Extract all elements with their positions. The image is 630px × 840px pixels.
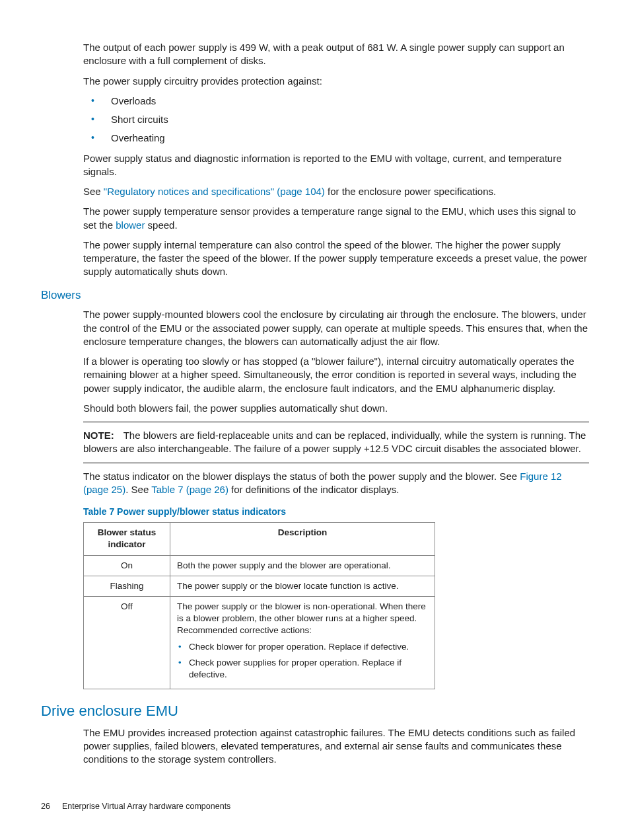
text: speed.: [145, 219, 177, 231]
cell-description: The power supply or the blower is non-op…: [170, 596, 435, 689]
table-row: On Both the power supply and the blower …: [84, 555, 435, 576]
note-label: NOTE:: [83, 430, 114, 441]
col-header-description: Description: [170, 523, 435, 555]
table-caption: Table 7 Power supply/blower status indic…: [83, 506, 589, 518]
inner-list: Check blower for proper operation. Repla…: [177, 641, 428, 681]
heading-drive-enclosure-emu: Drive enclosure EMU: [41, 701, 589, 721]
para: The EMU provides increased protection ag…: [83, 726, 589, 767]
text: for definitions of the indicator display…: [228, 484, 399, 495]
text: The power supply or the blower is non-op…: [177, 601, 426, 635]
para: The power supply temperature sensor prov…: [83, 205, 589, 232]
link-regulatory-notices[interactable]: "Regulatory notices and specifications" …: [104, 186, 325, 197]
list-item: Overloads: [83, 95, 589, 108]
text: See: [83, 186, 104, 197]
para: The power supply circuitry provides prot…: [83, 75, 589, 88]
link-table-7[interactable]: Table 7 (page 26): [151, 484, 228, 495]
bullet-list: Overloads Short circuits Overheating: [83, 95, 589, 145]
list-item: Check power supplies for proper operatio…: [177, 657, 428, 681]
table-row: Flashing The power supply or the blower …: [84, 576, 435, 596]
para: The power supply internal temperature ca…: [83, 239, 589, 279]
table-header-row: Blower status indicator Description: [84, 523, 435, 555]
list-item: Check blower for proper operation. Repla…: [177, 641, 428, 653]
intro-block: The output of each power supply is 499 W…: [83, 41, 589, 767]
para: If a blower is operating too slowly or h…: [83, 355, 589, 395]
text: The status indicator on the blower displ…: [83, 471, 520, 482]
text: for the enclosure power specifications.: [325, 186, 496, 197]
table-row: Off The power supply or the blower is no…: [84, 596, 435, 689]
para: The status indicator on the blower displ…: [83, 470, 589, 497]
para: Power supply status and diagnostic infor…: [83, 152, 589, 179]
note: NOTE:The blowers are field-replaceable u…: [83, 429, 589, 456]
list-item: Overheating: [83, 132, 589, 145]
rule: [83, 463, 589, 463]
para: The power supply-mounted blowers cool th…: [83, 308, 589, 348]
cell-description: Both the power supply and the blower are…: [170, 555, 435, 576]
list-item: Short circuits: [83, 113, 589, 126]
cell-description: The power supply or the blower locate fu…: [170, 576, 435, 596]
rule: [83, 422, 589, 422]
status-table: Blower status indicator Description On B…: [83, 522, 435, 689]
para: The output of each power supply is 499 W…: [83, 41, 589, 68]
link-blower[interactable]: blower: [116, 219, 145, 231]
note-body: The blowers are field-replaceable units …: [83, 430, 586, 454]
text: . See: [125, 484, 151, 495]
heading-blowers: Blowers: [41, 288, 589, 303]
cell-indicator: Off: [84, 596, 170, 689]
para: Should both blowers fail, the power supp…: [83, 402, 589, 415]
cell-indicator: On: [84, 555, 170, 576]
para: See "Regulatory notices and specificatio…: [83, 185, 589, 198]
col-header-indicator: Blower status indicator: [84, 523, 170, 555]
cell-indicator: Flashing: [84, 576, 170, 596]
